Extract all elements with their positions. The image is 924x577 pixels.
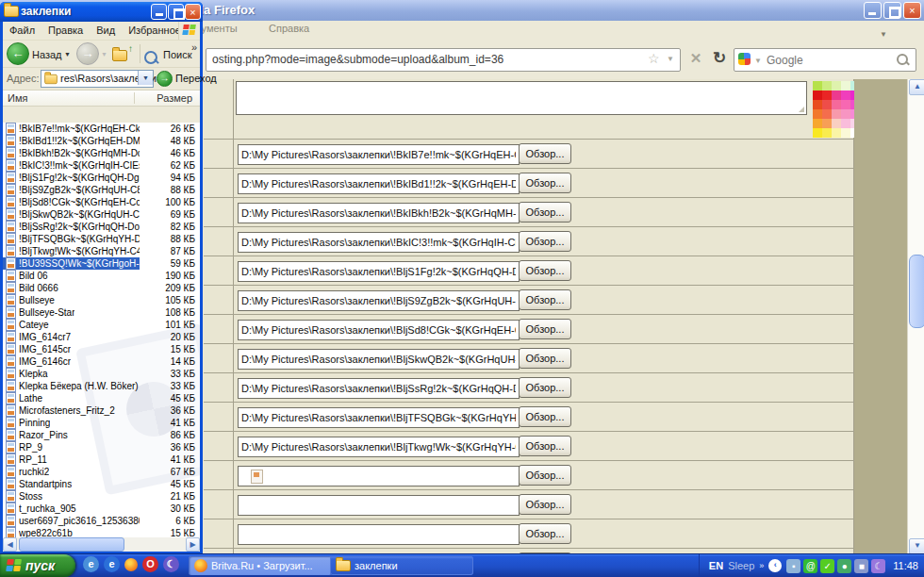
- file-row[interactable]: Bullseye105 КБ: [3, 294, 200, 306]
- file-row[interactable]: !BljS1Fg!2k~$(KGrHqQH-DgEt...94 КБ: [3, 172, 200, 184]
- palette-swatch[interactable]: [832, 100, 841, 109]
- url-dropdown-icon[interactable]: ▼: [667, 55, 674, 63]
- browse-button[interactable]: Обзор...: [519, 436, 571, 456]
- file-path-input[interactable]: [238, 437, 520, 457]
- back-label[interactable]: Назад: [32, 49, 62, 60]
- go-label[interactable]: Переход: [175, 73, 217, 84]
- url-text[interactable]: osting.php?mode=image&submode=upload&alb…: [212, 53, 641, 66]
- start-button[interactable]: пуск: [0, 554, 75, 577]
- back-button[interactable]: ←: [7, 42, 29, 65]
- palette-swatch[interactable]: [841, 81, 850, 91]
- column-divider[interactable]: [134, 92, 135, 104]
- search-engine-dropdown-icon[interactable]: ▼: [754, 57, 762, 65]
- file-path-input[interactable]: [238, 407, 520, 428]
- internet-explorer-icon[interactable]: e: [104, 556, 120, 572]
- scroll-right-button[interactable]: ▶: [186, 537, 200, 552]
- file-path-input[interactable]: [238, 144, 520, 165]
- palette-swatch[interactable]: [841, 91, 850, 100]
- back-dropdown-icon[interactable]: ▼: [64, 51, 71, 58]
- palette-swatch[interactable]: [832, 119, 841, 128]
- file-row[interactable]: !BkIB7e!!mk~$(KGrHqEH-CkEs...26 КБ: [3, 123, 200, 135]
- palette-swatch[interactable]: [813, 119, 822, 128]
- palette-swatch[interactable]: [822, 91, 832, 100]
- antivirus-tray-icon[interactable]: ✓: [820, 559, 834, 573]
- file-row[interactable]: IMG_6146cr14 КБ: [3, 355, 200, 368]
- file-row[interactable]: Microfasteners_Fritz_236 КБ: [3, 404, 200, 417]
- stop-button[interactable]: ✕: [687, 50, 704, 67]
- file-row[interactable]: Lathe45 КБ: [3, 392, 200, 404]
- browse-button[interactable]: Обзор...: [519, 465, 571, 486]
- palette-swatch[interactable]: [832, 128, 841, 138]
- file-row[interactable]: Stoss21 КБ: [3, 490, 200, 503]
- search-button[interactable]: [144, 48, 157, 65]
- file-row[interactable]: Klepka Бёкера (H.W. Böker)33 КБ: [3, 380, 200, 392]
- palette-swatch[interactable]: [832, 109, 841, 119]
- explorer-titlebar[interactable]: заклепки ×: [0, 2, 203, 22]
- agent-tray-icon[interactable]: ●: [837, 559, 851, 573]
- palette-swatch[interactable]: [822, 128, 832, 138]
- file-row[interactable]: ruchki267 КБ: [3, 466, 200, 478]
- file-path-input[interactable]: [238, 349, 520, 370]
- file-row[interactable]: Bild 0666209 КБ: [3, 282, 200, 294]
- file-path-input[interactable]: [238, 466, 520, 486]
- file-row[interactable]: RP_1141 КБ: [3, 453, 200, 466]
- browse-button[interactable]: Обзор...: [519, 319, 571, 339]
- scroll-down-button[interactable]: ▼: [909, 538, 924, 554]
- scroll-thumb[interactable]: [909, 255, 924, 328]
- file-row[interactable]: Bullseye-Star108 КБ: [3, 306, 200, 319]
- search-label[interactable]: Поиск: [163, 49, 191, 60]
- palette-swatch[interactable]: [841, 109, 850, 119]
- browse-button[interactable]: Обзор...: [519, 523, 571, 544]
- file-path-input[interactable]: [238, 261, 520, 282]
- palette-swatch[interactable]: [841, 119, 850, 128]
- file-path-input[interactable]: [238, 378, 520, 399]
- file-row[interactable]: !BkIC!3!!mk~$(KGrHqIH-CIEs...62 КБ: [3, 159, 200, 172]
- browser-moon-icon[interactable]: ☾: [163, 556, 179, 572]
- search-box[interactable]: ▼: [734, 48, 916, 72]
- file-path-input[interactable]: [238, 173, 520, 194]
- firefox-close-button[interactable]: ×: [903, 2, 921, 19]
- file-row[interactable]: t_ruchka_90530 КБ: [3, 503, 200, 515]
- browse-button[interactable]: Обзор...: [519, 231, 571, 252]
- file-row[interactable]: Razor_Pins86 КБ: [3, 429, 200, 441]
- palette-swatch[interactable]: [822, 81, 832, 91]
- file-row[interactable]: Standartpins45 КБ: [3, 478, 200, 490]
- browse-button[interactable]: Обзор...: [519, 143, 571, 164]
- file-path-input[interactable]: [238, 203, 520, 223]
- vertical-scrollbar[interactable]: ▲ ▼: [907, 79, 924, 554]
- scroll-thumb[interactable]: [19, 537, 124, 552]
- palette-swatch[interactable]: [832, 91, 841, 100]
- bookmark-star-icon[interactable]: ☆: [648, 51, 660, 66]
- palette-swatch[interactable]: [822, 100, 832, 109]
- palette-swatch[interactable]: [813, 109, 822, 119]
- file-row[interactable]: user6697_pic3616_12536380536 КБ: [3, 515, 200, 527]
- browse-button[interactable]: Обзор...: [519, 202, 571, 223]
- forward-dropdown-icon[interactable]: ▼: [101, 51, 107, 58]
- file-path-input[interactable]: [238, 495, 520, 516]
- palette-swatch[interactable]: [813, 81, 822, 91]
- file-row[interactable]: !BkIBkh!B2k~$(KGrHqMH-DcEt...46 КБ: [3, 147, 200, 159]
- menu-item-help[interactable]: Справка: [269, 23, 309, 34]
- explorer-menu-item-2[interactable]: Вид: [90, 22, 122, 36]
- task-button-1[interactable]: заклепки: [330, 556, 473, 575]
- palette-swatch[interactable]: [813, 128, 822, 138]
- address-combo[interactable]: res\Rasors\заклепки ▼: [41, 70, 154, 88]
- explorer-menu-item-0[interactable]: Файл: [3, 22, 41, 36]
- file-row[interactable]: !BljSsRg!2k~$(KGrHqQH-DoEt...82 КБ: [3, 221, 200, 233]
- browse-button[interactable]: Обзор...: [519, 494, 571, 515]
- explorer-menu-item-1[interactable]: Правка: [41, 22, 90, 36]
- volume-tray-icon[interactable]: ☾: [871, 559, 885, 573]
- explorer-close-button[interactable]: ×: [185, 4, 201, 20]
- up-folder-button[interactable]: ↑: [112, 46, 131, 61]
- file-path-input[interactable]: [238, 232, 520, 253]
- google-logo-icon[interactable]: [738, 53, 751, 65]
- toolbar-overflow-chevron[interactable]: »: [191, 41, 197, 53]
- search-magnifier-icon[interactable]: [897, 54, 908, 65]
- browse-button[interactable]: Обзор...: [519, 406, 571, 427]
- browse-button[interactable]: Обзор...: [519, 260, 571, 281]
- browse-button[interactable]: Обзор...: [519, 377, 571, 398]
- column-header-size[interactable]: Размер: [157, 92, 192, 104]
- palette-swatch[interactable]: [822, 109, 832, 119]
- column-header-name[interactable]: Имя: [8, 92, 27, 104]
- explorer-maximize-button[interactable]: [168, 4, 184, 20]
